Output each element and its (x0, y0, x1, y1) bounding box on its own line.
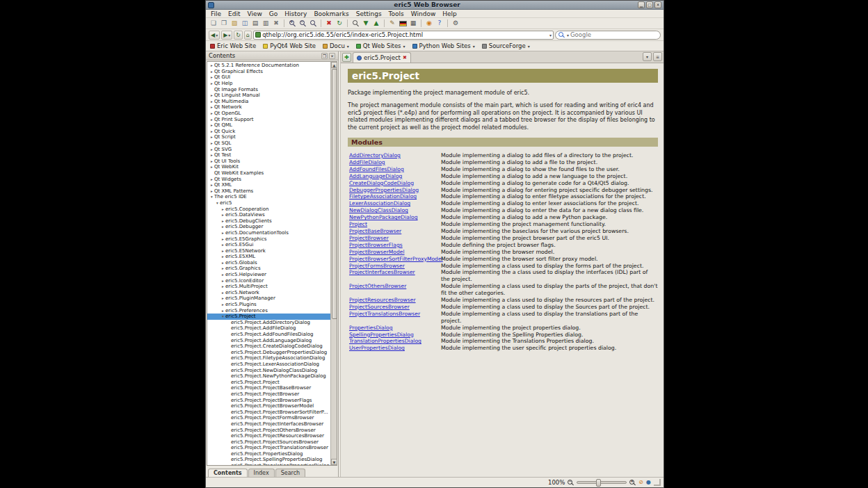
module-link-projectformsbrowser[interactable]: ProjectFormsBrowser (349, 263, 440, 270)
tree-item-eric5-e5xml[interactable]: ▸eric5.E5XML (207, 254, 330, 260)
collapsed-arrow-icon[interactable]: ▸ (209, 152, 214, 158)
close-page-icon[interactable]: ✖ (271, 19, 281, 29)
tree-item-qt-webkit-examples[interactable]: Qt WebKit Examples (207, 170, 330, 177)
module-link-createdialogcodedialog[interactable]: CreateDialogCodeDialog (349, 180, 440, 187)
tree-item-qt-sql[interactable]: ▸Qt SQL (207, 140, 330, 147)
print-preview-icon[interactable]: ▥ (261, 19, 271, 29)
tree-item-eric5-project-addfoundfilesdialog[interactable]: eric5.Project.AddFoundFilesDialog (207, 332, 330, 338)
tree-item-eric5-cooperation[interactable]: ▸eric5.Cooperation (207, 206, 330, 212)
module-link-projectbrowsersortfilterproxymodel[interactable]: ProjectBrowserSortFilterProxyModel (349, 256, 440, 263)
find-icon[interactable] (351, 19, 360, 29)
tree-item-eric5-project-projectbrowsersortfilterp[interactable]: eric5.Project.ProjectBrowserSortFilterP.… (207, 409, 330, 415)
chevron-down-icon[interactable]: ▾ (549, 33, 552, 38)
tree-item-eric5-project-projectformsbrowser[interactable]: eric5.Project.ProjectFormsBrowser (207, 415, 330, 421)
open-file-icon[interactable]: ▨ (230, 19, 239, 29)
tree-item-qt-webkit[interactable]: ▸Qt WebKit (207, 164, 330, 170)
menu-file[interactable]: File (207, 10, 225, 18)
module-link-addfoundfilesdialog[interactable]: AddFoundFilesDialog (349, 166, 440, 173)
collapsed-arrow-icon[interactable]: ▸ (209, 104, 214, 110)
menu-history[interactable]: History (281, 10, 310, 18)
collapsed-arrow-icon[interactable]: ▸ (209, 182, 214, 188)
forward-button[interactable]: ▶▾ (221, 31, 232, 40)
tree-item-eric5-debugger[interactable]: ▸eric5.Debugger (207, 224, 330, 230)
tree-item-eric5-project-adddirectorydialog[interactable]: eric5.Project.AddDirectoryDialog (207, 320, 330, 326)
resize-grip[interactable] (654, 479, 661, 486)
collapsed-arrow-icon[interactable]: ▸ (209, 188, 214, 194)
tab-close-icon[interactable]: ✖ (403, 56, 407, 60)
tree-item-qt-script[interactable]: ▸Qt Script (207, 134, 330, 140)
module-link-newdialogclassdialog[interactable]: NewDialogClassDialog (349, 207, 440, 214)
module-link-addlanguagedialog[interactable]: AddLanguageDialog (349, 173, 440, 180)
reload-button[interactable]: ↻ (234, 31, 243, 40)
module-link-lexerassociationdialog[interactable]: LexerAssociationDialog (349, 200, 440, 207)
module-link-spellingpropertiesdialog[interactable]: SpellingPropertiesDialog (349, 332, 440, 339)
tree-item-eric5-project-newdialogclassdialog[interactable]: eric5.Project.NewDialogClassDialog (207, 367, 330, 373)
collapsed-arrow-icon[interactable]: ▸ (220, 290, 225, 295)
module-link-project[interactable]: Project (349, 221, 440, 228)
tree-item-qt-qml[interactable]: ▸Qt QML (207, 122, 330, 129)
tree-item-eric5-project-projectbrowser[interactable]: eric5.Project.ProjectBrowser (207, 391, 330, 398)
collapsed-arrow-icon[interactable]: ▸ (209, 117, 214, 122)
tree-item-eric5-network[interactable]: ▸eric5.Network (207, 290, 330, 296)
collapsed-arrow-icon[interactable]: ▸ (220, 260, 225, 266)
collapsed-arrow-icon[interactable]: ▸ (220, 242, 225, 247)
collapsed-arrow-icon[interactable]: ▸ (209, 164, 214, 170)
menu-help[interactable]: Help (439, 10, 460, 18)
scroll-down-icon[interactable]: ▼ (331, 459, 337, 465)
module-link-projectsourcesbrowser[interactable]: ProjectSourcesBrowser (349, 304, 440, 311)
tree-item-qt-xml-patterns[interactable]: ▸Qt XML Patterns (207, 188, 330, 194)
module-link-projecttranslationsbrowser[interactable]: ProjectTranslationsBrowser (349, 311, 440, 318)
tree-item-qt-image-formats[interactable]: Qt Image Formats (207, 86, 330, 92)
collapsed-arrow-icon[interactable]: ▸ (209, 147, 214, 152)
network-icon[interactable]: ● (646, 480, 651, 485)
zoom-reset-icon[interactable] (308, 19, 318, 29)
new-tab-button[interactable]: ✚ (342, 53, 351, 62)
collapsed-arrow-icon[interactable]: ▸ (209, 63, 214, 68)
tree-item-qt-svg[interactable]: ▸Qt SVG (207, 146, 330, 152)
collapsed-arrow-icon[interactable]: ▸ (209, 158, 214, 164)
feed-icon[interactable]: ◉ (424, 19, 434, 29)
tree-item-eric5-graphics[interactable]: ▸eric5.Graphics (207, 266, 330, 272)
reload-icon[interactable]: ↻ (335, 19, 344, 29)
tree-item-qt-ui-tools[interactable]: ▸Qt UI Tools (207, 158, 330, 165)
tree-item-eric5-preferences[interactable]: ▸eric5.Preferences (207, 307, 330, 314)
minimize-button[interactable]: ▁ (638, 1, 645, 8)
collapsed-arrow-icon[interactable]: ▸ (209, 177, 214, 182)
menu-bookmarks[interactable]: Bookmarks (310, 10, 352, 18)
tree-item-qt-opengl[interactable]: ▸Qt OpenGL (207, 111, 330, 117)
collapsed-arrow-icon[interactable]: ▸ (220, 278, 225, 284)
tree-item-qt-multimedia[interactable]: ▸Qt Multimedia (207, 99, 330, 105)
zoom-out-icon[interactable]: − (298, 19, 307, 29)
zoom-in-icon[interactable]: + (287, 19, 297, 29)
tree-item-eric5-project-translationpropertiesdialog[interactable]: eric5.Project.TranslationPropertiesDialo… (207, 463, 330, 465)
bookmark-python-web-sites[interactable]: Python Web Sites▾ (412, 42, 475, 49)
menu-window[interactable]: Window (408, 10, 440, 18)
tree-item-eric5[interactable]: ▾eric5 (207, 200, 330, 206)
bookmark-docu[interactable]: Docu▾ (323, 42, 349, 49)
dock-tab-contents[interactable]: Contents (208, 469, 248, 477)
expanded-arrow-icon[interactable]: ▾ (220, 314, 225, 319)
collapsed-arrow-icon[interactable]: ▸ (220, 284, 225, 289)
new-tab-icon[interactable]: ❐ (219, 19, 229, 29)
url-combobox[interactable]: ▾ (253, 31, 554, 40)
dock-float-button[interactable]: ❐ (321, 53, 328, 59)
tab-grid-icon[interactable]: ▦ (408, 19, 418, 29)
tree-item-eric5-pluginmanager[interactable]: ▸eric5.PluginManager (207, 295, 330, 302)
collapsed-arrow-icon[interactable]: ▸ (209, 69, 214, 74)
collapsed-arrow-icon[interactable]: ▸ (220, 302, 225, 307)
tree-item-qt-help[interactable]: ▸Qt Help (207, 81, 330, 87)
tree-item-the-eric5-ide[interactable]: ▾The eric5 IDE (207, 194, 330, 200)
back-button[interactable]: ◀▾ (209, 31, 220, 40)
module-link-debuggerpropertiesdialog[interactable]: DebuggerPropertiesDialog (349, 187, 440, 194)
tree-item-eric5-project-project[interactable]: eric5.Project.Project (207, 379, 330, 385)
title-bar[interactable]: eric5 Web Browser ▁ ▢ ✕ (206, 1, 664, 10)
collapsed-arrow-icon[interactable]: ▸ (220, 266, 225, 271)
tree-item-qt-gui[interactable]: ▸Qt GUI (207, 74, 330, 81)
tree-item-eric5-iconeditor[interactable]: ▸eric5.IconEditor (207, 277, 330, 284)
dock-tab-index[interactable]: Index (248, 469, 275, 477)
module-link-adddirectorydialog[interactable]: AddDirectoryDialog (349, 152, 440, 159)
collapsed-arrow-icon[interactable]: ▸ (220, 295, 225, 301)
tree-item-eric5-documentationtools[interactable]: ▸eric5.DocumentationTools (207, 230, 330, 236)
scroll-up-icon[interactable]: ▲ (331, 62, 337, 68)
zoom-in-icon[interactable]: + (629, 480, 636, 486)
